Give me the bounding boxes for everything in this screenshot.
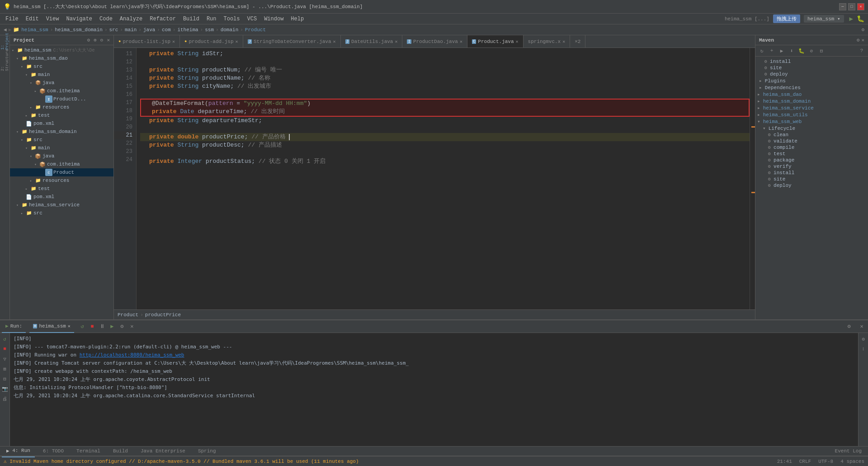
run-tab-run[interactable]: ▶ Run: xyxy=(2,320,26,333)
menu-tools[interactable]: Tools xyxy=(220,15,244,23)
breadcrumb-java[interactable]: java xyxy=(143,27,155,33)
bottom-tab-todo[interactable]: 6: TODO xyxy=(38,445,68,457)
menu-edit[interactable]: Edit xyxy=(22,15,42,23)
tab-close-icon[interactable]: ✕ xyxy=(395,39,397,44)
maven-download-btn[interactable]: ⬇ xyxy=(787,46,796,55)
maximize-button[interactable]: □ xyxy=(848,3,855,10)
menu-help[interactable]: Help xyxy=(287,15,307,23)
maven-help-btn[interactable]: ? xyxy=(857,46,866,55)
code-content[interactable]: private String idStr; private String pro… xyxy=(137,48,750,309)
stop-icon[interactable]: ■ xyxy=(1,345,9,353)
maven-run-btn[interactable]: ▶ xyxy=(777,46,786,55)
tree-item-java2[interactable]: ▾ 📦 java xyxy=(10,152,113,160)
breadcrumb-src[interactable]: src xyxy=(109,27,118,33)
breadcrumb-ssm[interactable]: ssm xyxy=(205,27,214,33)
maven-item-install-top[interactable]: ⚙ install xyxy=(755,58,868,65)
menu-build[interactable]: Build xyxy=(179,15,203,23)
maven-settings-icon[interactable]: ⚙ xyxy=(857,37,860,43)
nav-forward[interactable]: ▶ xyxy=(9,27,12,33)
menu-view[interactable]: View xyxy=(42,15,63,23)
log-settings-icon[interactable]: ⚙ xyxy=(859,335,868,343)
tree-item-src2[interactable]: ▾ 📁 src xyxy=(10,136,113,144)
maven-compile[interactable]: ⚙ compile xyxy=(755,144,868,151)
sidebar-gear-icon[interactable]: ⚙ xyxy=(87,37,90,43)
menu-analyze[interactable]: Analyze xyxy=(116,15,146,23)
maven-item-plugins[interactable]: ▸ Plugins xyxy=(755,77,868,84)
maven-add-btn[interactable]: + xyxy=(767,46,776,55)
run-panel-settings[interactable]: ⚙ xyxy=(844,322,854,331)
bottom-tab-java-enterprise[interactable]: Java Enterprise xyxy=(136,445,190,457)
run-button[interactable]: ▶ xyxy=(849,15,853,23)
bottom-tab-terminal[interactable]: Terminal xyxy=(72,445,105,457)
tree-item-pom1[interactable]: ▸ 📄 pom.xml xyxy=(10,119,113,128)
structure-panel-icon[interactable]: 2: Structure xyxy=(1,56,9,64)
bottom-tab-run[interactable]: ▶ 4: Run xyxy=(2,445,35,457)
tree-item-res2[interactable]: ▸ 📁 resources xyxy=(10,176,113,185)
tab-close-icon[interactable]: ✕ xyxy=(460,39,462,44)
run-resume-btn[interactable]: ▶ xyxy=(108,322,117,331)
maven-site[interactable]: ⚙ site xyxy=(755,176,868,182)
run-settings-btn[interactable]: ⚙ xyxy=(118,322,127,331)
filter-icon[interactable]: ▽ xyxy=(1,355,9,363)
menu-refactor[interactable]: Refactor xyxy=(146,15,179,23)
maven-item-domain[interactable]: ▸ heima_ssm_domain xyxy=(755,98,868,105)
maven-item-deploy-top[interactable]: ⚙ deploy xyxy=(755,71,868,77)
settings-icon[interactable]: ⚙ xyxy=(861,27,864,33)
breadcrumb-domain2[interactable]: domain xyxy=(221,27,239,33)
tab-string-converter[interactable]: J StringToDateConverter.java ✕ xyxy=(243,35,341,48)
nav-back[interactable]: ◀ xyxy=(4,27,7,33)
menu-vcs[interactable]: VCS xyxy=(244,15,261,23)
tab-dateutils[interactable]: J DateUtils.java ✕ xyxy=(341,35,403,48)
run-close-btn[interactable]: ✕ xyxy=(127,322,137,331)
breadcrumb-itheima[interactable]: itheima xyxy=(177,27,198,33)
tab-springmvc[interactable]: springmvc.x ✕ xyxy=(524,35,571,48)
run-tab-heima[interactable]: m heima_ssm ✕ xyxy=(29,320,74,333)
maven-item-dao[interactable]: ▸ heima_ssm_dao xyxy=(755,91,868,98)
breadcrumb-heima_ssm[interactable]: heima_ssm xyxy=(21,27,48,33)
log-expand-icon[interactable]: ↕ xyxy=(859,345,868,353)
run-stop-btn[interactable]: ■ xyxy=(88,322,97,331)
run-panel-close[interactable]: ✕ xyxy=(857,322,866,331)
tree-item-src1[interactable]: ▾ 📁 src xyxy=(10,62,113,71)
breadcrumb-com[interactable]: com xyxy=(162,27,171,33)
tree-item-product[interactable]: ▸ C Product xyxy=(10,168,113,176)
maven-debug-btn[interactable]: 🐛 xyxy=(797,46,806,55)
sidebar-close-icon[interactable]: ✕ xyxy=(107,37,110,43)
project-panel-icon[interactable]: 1: Project xyxy=(1,37,9,45)
tab-close-icon[interactable]: ✕ xyxy=(236,39,238,44)
menu-code[interactable]: Code xyxy=(96,15,116,23)
maven-collapse-btn[interactable]: ⊟ xyxy=(817,46,826,55)
tab-product-java[interactable]: C Product.java ✕ xyxy=(467,35,524,48)
tree-item-service[interactable]: ▾ 📁 heima_ssm_service xyxy=(10,201,113,209)
tab-close-icon[interactable]: ✕ xyxy=(172,39,175,44)
tree-item-domain[interactable]: ▾ 📁 heima_ssm_domain xyxy=(10,128,113,136)
tab-product-list[interactable]: ● product-list.jsp ✕ xyxy=(114,35,180,48)
bottom-tab-build[interactable]: Build xyxy=(108,445,132,457)
tab-product-add[interactable]: ● product-add.jsp ✕ xyxy=(180,35,243,48)
tree-item-main2[interactable]: ▾ 📁 main xyxy=(10,144,113,152)
status-crlf[interactable]: CRLF xyxy=(799,459,811,464)
sidebar-collapse-icon[interactable]: ⊖ xyxy=(100,37,104,43)
maven-lifecycle[interactable]: ▾ Lifecycle xyxy=(755,125,868,132)
maven-item-dependencies[interactable]: ▸ Dependencies xyxy=(755,84,868,91)
minimize-button[interactable]: ─ xyxy=(839,3,846,10)
menu-run[interactable]: Run xyxy=(203,15,220,23)
menu-file[interactable]: File xyxy=(2,15,22,23)
tab-more[interactable]: ×2 xyxy=(570,35,585,48)
maven-verify[interactable]: ⚙ verify xyxy=(755,163,868,170)
tab-close-icon[interactable]: ✕ xyxy=(333,39,336,44)
tree-item-java1[interactable]: ▾ 📦 java xyxy=(10,79,113,87)
breadcrumb-main[interactable]: main xyxy=(125,27,137,33)
run-restart-btn[interactable]: ↺ xyxy=(78,322,87,331)
tree-item-com2[interactable]: ▾ 📦 com.itheima xyxy=(10,160,113,168)
tab-productdao[interactable]: I ProductDao.java ✕ xyxy=(402,35,467,48)
maven-refresh-btn[interactable]: ↻ xyxy=(757,46,766,55)
status-charset[interactable]: UTF-8 xyxy=(818,459,833,464)
status-productprice[interactable]: productPrice xyxy=(145,312,181,318)
maven-package[interactable]: ⚙ package xyxy=(755,157,868,163)
run-pause-btn[interactable]: ⏸ xyxy=(98,322,107,331)
maven-item-web[interactable]: ▾ heima_ssm_web xyxy=(755,118,868,125)
debug-button[interactable]: 🐛 xyxy=(857,15,864,23)
maven-validate[interactable]: ⚙ validate xyxy=(755,138,868,144)
maven-skip-btn[interactable]: ⊘ xyxy=(807,46,816,55)
